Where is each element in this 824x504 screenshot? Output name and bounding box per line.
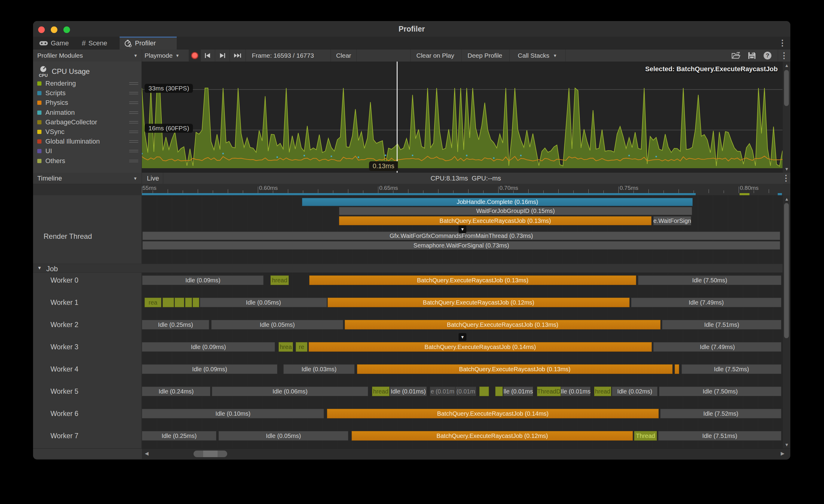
load-profile-button[interactable]	[730, 49, 743, 61]
timeline-bar[interactable]: WaitForJobGroupID (0.15ms)	[339, 207, 692, 215]
scroll-up-icon[interactable]: ▲	[783, 197, 790, 202]
timeline-bar[interactable]: BatchQuery.ExecuteRaycastJob (0.13ms)	[345, 320, 660, 330]
worker-label[interactable]: Worker 4	[50, 365, 79, 373]
drag-handle-icon[interactable]	[129, 100, 138, 105]
drag-handle-icon[interactable]	[129, 129, 138, 134]
scroll-right-icon[interactable]: ▶	[781, 451, 784, 456]
legend-item-vsync[interactable]: VSync	[33, 127, 142, 136]
worker-label[interactable]: Worker 1	[50, 298, 79, 307]
drag-handle-icon[interactable]	[129, 149, 138, 153]
render-thread-label[interactable]: Render Thread	[43, 232, 92, 241]
job-group-header[interactable]: ▼ Job	[33, 264, 783, 273]
legend-item-ui[interactable]: UI	[33, 147, 142, 156]
scroll-up-icon[interactable]: ▲	[783, 63, 790, 68]
next-frame-button[interactable]	[215, 49, 230, 61]
cpu-chart-series[interactable]	[142, 61, 783, 173]
scrollbar-grip[interactable]	[203, 451, 218, 457]
timeline-bar[interactable]: re	[296, 342, 307, 352]
worker-label[interactable]: Worker 5	[50, 387, 79, 396]
profiler-modules-dropdown[interactable]: Profiler Modules ▼	[33, 49, 142, 61]
worker-label[interactable]: Worker 6	[50, 410, 79, 418]
drag-handle-icon[interactable]	[129, 120, 138, 125]
legend-item-scripts[interactable]: Scripts	[33, 89, 142, 98]
timeline-bar[interactable]: Idle (7.51ms)	[658, 431, 781, 440]
record-button[interactable]	[189, 49, 201, 61]
timeline-bar[interactable]: Ile (0.01ms	[561, 387, 591, 396]
worker-label[interactable]: Worker 3	[50, 343, 79, 351]
toolbar-menu-button[interactable]: ⋮	[778, 49, 790, 61]
tab-scene[interactable]: # Scene	[78, 37, 111, 49]
timeline-menu-icon[interactable]: ⋮	[782, 174, 790, 182]
drag-handle-icon[interactable]	[129, 81, 138, 86]
timeline-bar[interactable]: BatchQuery.ExecuteRaycastJob (0.14ms)	[327, 409, 659, 418]
timeline-bar[interactable]: Idle (0.09ms)	[142, 364, 277, 374]
timeline-bar[interactable]: (0.01m	[455, 387, 476, 396]
timeline-bar[interactable]: Semaphore.WaitForSignal (0.73ms)	[142, 241, 780, 250]
legend-item-rendering[interactable]: Rendering	[33, 79, 142, 88]
tab-game[interactable]: Game	[35, 37, 73, 49]
timeline-bar[interactable]: Idle (7.49ms)	[631, 298, 781, 307]
drag-handle-icon[interactable]	[129, 91, 138, 96]
clear-on-play-toggle[interactable]: Clear on Play	[410, 49, 460, 61]
live-toggle[interactable]: Live	[143, 173, 163, 184]
timeline-bar[interactable]: Idle (7.51ms)	[662, 320, 781, 330]
timeline-bar[interactable]: Idle (0.01ms)	[390, 387, 427, 396]
cpu-usage-chart[interactable]: 33ms (30FPS) 16ms (60FPS) Selected: Batc…	[142, 61, 783, 173]
timeline-bar[interactable]: Idle (0.24ms)	[142, 387, 210, 396]
timeline-bar[interactable]: Idle (0.09ms)	[142, 275, 264, 285]
timeline-bar[interactable]: BatchQuery.ExecuteRaycastJob (0.14ms)	[309, 342, 652, 352]
tab-profiler[interactable]: Profiler	[120, 37, 177, 49]
timeline-bar[interactable]: hrea	[279, 342, 293, 352]
collapsed-samples-marker-icon[interactable]: ▼	[458, 333, 467, 341]
timeline-bar[interactable]: Idle (7.50ms)	[638, 275, 781, 285]
clear-button[interactable]: Clear	[330, 49, 357, 61]
horizontal-scrollbar-thumb[interactable]	[194, 451, 227, 457]
chart-scrollbar[interactable]: ▲ ▼	[783, 61, 790, 173]
timeline-bar[interactable]: hread	[271, 275, 289, 285]
cpu-usage-module-header[interactable]: CPU CPU Usage	[37, 65, 90, 78]
worker-label[interactable]: Worker 0	[50, 276, 79, 284]
scroll-down-icon[interactable]: ▼	[783, 166, 790, 171]
timeline-bar[interactable]: Idle (7.50ms)	[659, 387, 781, 396]
timeline-bar[interactable]: Idle (0.05ms)	[218, 431, 348, 440]
call-stacks-dropdown[interactable]: Call Stacks ▼	[509, 49, 565, 61]
timeline-bar[interactable]: rea	[144, 298, 162, 307]
timeline-tracks[interactable]: JobHandle.Complete (0.16ms)WaitForJobGro…	[142, 195, 783, 449]
legend-item-others[interactable]: Others	[33, 156, 142, 165]
collapsed-samples-marker-icon[interactable]: ▼	[458, 225, 467, 233]
timeline-bar[interactable]: Idle (0.06ms)	[212, 387, 368, 396]
timeline-bar[interactable]: Idle (7.49ms)	[653, 342, 781, 352]
timeline-bar[interactable]: Idle (0.10ms)	[142, 409, 324, 418]
timeline-bar[interactable]: Idle (7.52ms)	[660, 409, 781, 418]
legend-item-global-illumination[interactable]: Global Illumination	[33, 137, 142, 146]
title-bar[interactable]: Profiler	[33, 21, 790, 37]
timeline-bar[interactable]: hread	[372, 387, 390, 396]
worker-label[interactable]: Worker 2	[50, 321, 79, 329]
timeline-bar[interactable]: Idle (0.02ms)	[612, 387, 657, 396]
timeline-scrollbar-thumb[interactable]	[784, 203, 789, 338]
tab-bar-menu-icon[interactable]: ⋮	[778, 39, 787, 47]
timeline-bar[interactable]: e.WaitForSign	[653, 216, 691, 225]
timeline-bar[interactable]: Idle (7.52ms)	[682, 364, 781, 374]
previous-frame-button[interactable]	[200, 49, 215, 61]
timeline-bar[interactable]: BatchQuery.ExecuteRaycastJob (0.12ms)	[351, 431, 633, 440]
legend-item-animation[interactable]: Animation	[33, 108, 142, 117]
save-profile-button[interactable]	[745, 49, 758, 61]
horizontal-scrollbar[interactable]: ◀ ▶	[142, 449, 790, 459]
foldout-triangle-icon[interactable]: ▼	[37, 265, 42, 270]
chart-scrollbar-thumb[interactable]	[784, 70, 789, 106]
timeline-bar[interactable]: JobHandle.Complete (0.16ms)	[302, 198, 693, 206]
current-frame-button[interactable]	[230, 49, 246, 61]
legend-item-garbagecollector[interactable]: GarbageCollector	[33, 118, 142, 127]
help-button[interactable]: ?	[761, 49, 774, 61]
timeline-bar[interactable]: Idle (0.25ms)	[142, 431, 216, 440]
timeline-bar[interactable]	[479, 387, 489, 396]
timeline-bar[interactable]: BatchQuery.ExecuteRaycastJob (0.13ms)	[339, 216, 651, 225]
scroll-left-icon[interactable]: ◀	[145, 451, 148, 456]
timeline-bar[interactable]	[675, 364, 679, 374]
timeline-bar[interactable]: e (0.01m	[430, 387, 455, 396]
timeline-bar[interactable]: Idle (0.03ms)	[283, 364, 354, 374]
timeline-bar[interactable]: ThreadD	[537, 387, 561, 396]
timeline-bar[interactable]	[193, 298, 199, 307]
timeline-bar[interactable]	[495, 387, 503, 396]
